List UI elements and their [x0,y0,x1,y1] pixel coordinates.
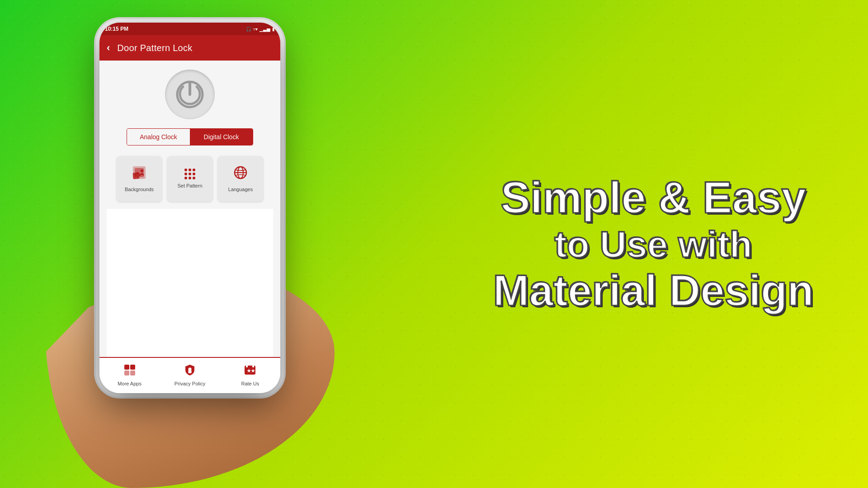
svg-point-4 [141,169,143,172]
status-time: 10:15 PM [105,26,128,32]
privacy-policy-nav-item[interactable]: Privacy Policy [160,364,220,387]
battery-icon: ▮ [272,27,275,32]
tagline-line2: to Use with [493,222,814,267]
svg-rect-9 [124,365,129,370]
app-title: Door Pattern Lock [117,43,192,53]
phone-frame: 10:15 PM 🎧 ▿▾ ▁▃▅ ▮ ‹ Door Pattern Lock [99,23,280,393]
pattern-grid [184,169,195,179]
phone-wrapper: 10:15 PM 🎧 ▿▾ ▁▃▅ ▮ ‹ Door Pattern Lock [72,9,307,479]
more-apps-label: More Apps [118,381,142,387]
set-pattern-label: Set Pattern [177,183,202,189]
privacy-policy-icon [184,364,196,379]
app-bar: ‹ Door Pattern Lock [99,35,280,61]
backgrounds-menu-item[interactable]: Backgrounds [117,156,162,202]
headphones-icon: 🎧 [246,27,251,32]
scene: Simple & Easy to Use with Material Desig… [0,0,868,488]
languages-menu-item[interactable]: Languages [218,156,263,202]
svg-rect-12 [130,371,135,375]
power-icon [174,79,206,110]
more-apps-nav-item[interactable]: More Apps [99,364,160,387]
rate-us-label: Rate Us [241,381,259,387]
svg-rect-16 [246,364,248,367]
tagline-line3: Material Design [493,267,814,314]
more-apps-icon [123,364,136,379]
analog-clock-btn[interactable]: Analog Clock [127,129,190,145]
tagline-container: Simple & Easy to Use with Material Desig… [493,174,814,314]
power-icon-container[interactable] [165,70,215,119]
clock-toggle: Analog Clock Digital Clock [127,128,253,145]
privacy-policy-label: Privacy Policy [175,381,205,387]
screen-content: Analog Clock Digital Clock [99,61,280,357]
content-space [107,209,273,357]
status-icons: 🎧 ▿▾ ▁▃▅ ▮ [246,27,275,32]
status-bar: 10:15 PM 🎧 ▿▾ ▁▃▅ ▮ [99,23,280,35]
wifi-icon: ▿▾ [253,27,258,32]
tagline-line1: Simple & Easy [493,174,814,222]
svg-rect-14 [188,370,191,373]
svg-rect-11 [124,371,129,375]
set-pattern-icon [184,169,195,179]
svg-rect-5 [132,172,139,179]
signal-icon: ▁▃▅ [259,27,270,32]
rate-us-nav-item[interactable]: ★★★ Rate Us [220,364,280,387]
svg-text:★★★: ★★★ [247,368,256,373]
set-pattern-menu-item[interactable]: Set Pattern [167,156,212,202]
rate-us-icon: ★★★ [244,364,256,379]
languages-label: Languages [228,187,253,192]
backgrounds-label: Backgrounds [125,187,154,192]
languages-icon [233,165,248,183]
backgrounds-icon [132,165,146,183]
back-button[interactable]: ‹ [107,42,110,54]
menu-grid: Backgrounds Set Pattern [107,156,273,202]
svg-rect-10 [130,365,135,370]
bottom-nav: More Apps Privacy Policy [99,357,280,393]
digital-clock-btn[interactable]: Digital Clock [190,129,253,145]
svg-rect-17 [252,364,254,367]
